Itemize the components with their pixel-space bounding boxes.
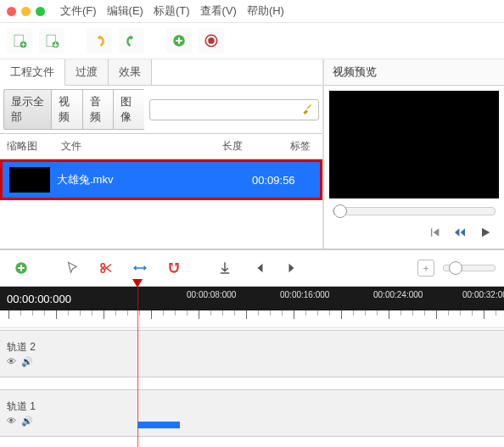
search-input[interactable] — [155, 103, 301, 117]
menu-bar: 文件(F) 编辑(E) 标题(T) 查看(V) 帮助(H) — [0, 0, 504, 23]
tab-transition[interactable]: 过渡 — [65, 59, 109, 85]
col-thumb[interactable]: 缩略图 — [7, 139, 61, 154]
zoom-in-button[interactable]: ＋ — [417, 260, 434, 277]
add-track-button[interactable] — [8, 255, 34, 281]
preview-controls — [324, 219, 504, 249]
media-length: 00:09:56 — [252, 174, 313, 187]
next-marker-icon[interactable] — [280, 255, 305, 281]
track-label: 轨道 1 — [7, 400, 36, 414]
record-button[interactable] — [199, 28, 224, 53]
list-header: 缩略图 文件 长度 标签 — [0, 134, 322, 159]
timeline-clip[interactable] — [137, 422, 180, 428]
menu-view[interactable]: 查看(V) — [200, 3, 237, 19]
razor-tool[interactable] — [93, 255, 119, 281]
filter-video[interactable]: 视频 — [51, 89, 82, 130]
rewind-icon[interactable] — [453, 226, 467, 242]
timeline-tracks: 轨道 2 👁 🔊 轨道 1 👁 🔊 — [0, 328, 504, 447]
ruler-mark: 00:00:16:000 — [280, 290, 329, 299]
prev-marker-icon[interactable] — [246, 255, 272, 281]
filter-row: 显示全部 视频 音频 图像 — [0, 86, 322, 134]
main-toolbar — [0, 23, 504, 59]
import-button[interactable] — [39, 28, 64, 53]
jump-start-icon[interactable] — [428, 226, 441, 242]
timeline-ruler[interactable]: 00:00:00:000 00:00:08:000 00:00:16:000 0… — [0, 287, 504, 310]
preview-title: 视频预览 — [324, 59, 504, 86]
new-project-button[interactable] — [7, 28, 32, 53]
resize-tool[interactable] — [127, 255, 153, 281]
timeline-current-time: 00:00:00:000 — [7, 293, 71, 305]
clear-search-icon[interactable] — [301, 103, 313, 117]
zoom-slider[interactable] — [443, 265, 496, 271]
undo-button[interactable] — [87, 28, 112, 53]
timeline-toolbar: ＋ — [0, 249, 504, 287]
menu-file[interactable]: 文件(F) — [60, 3, 97, 19]
preview-panel: 视频预览 — [323, 59, 504, 249]
filter-audio[interactable]: 音频 — [82, 89, 114, 130]
play-icon[interactable] — [479, 226, 492, 242]
preview-scrubber[interactable] — [333, 207, 496, 215]
redo-button[interactable] — [119, 28, 144, 53]
menu-help[interactable]: 帮助(H) — [247, 3, 284, 19]
track-row[interactable]: 轨道 1 👁 🔊 — [0, 389, 504, 437]
minimize-dot[interactable] — [21, 7, 31, 16]
tab-project[interactable]: 工程文件 — [0, 59, 65, 86]
playhead-handle[interactable] — [132, 279, 143, 288]
window-controls — [7, 7, 45, 16]
pointer-tool[interactable] — [59, 255, 85, 281]
preview-viewport[interactable] — [329, 91, 499, 198]
filter-image[interactable]: 图像 — [113, 89, 144, 130]
left-tabs: 工程文件 过渡 效果 — [0, 59, 322, 86]
menu-edit[interactable]: 编辑(E) — [107, 3, 143, 19]
media-list: 大雄兔.mkv 00:09:56 — [0, 159, 322, 249]
preview-scrubber-knob[interactable] — [333, 204, 347, 218]
ruler-mark: 00:00:32:000 — [462, 290, 504, 299]
media-thumbnail — [9, 167, 50, 193]
svg-point-6 — [208, 37, 215, 44]
col-length[interactable]: 长度 — [222, 139, 290, 154]
track-label: 轨道 2 — [7, 340, 36, 355]
tab-effects[interactable]: 效果 — [109, 59, 152, 85]
speaker-icon[interactable]: 🔊 — [21, 356, 33, 367]
ruler-mark: 00:00:08:000 — [187, 290, 236, 299]
snap-tool[interactable] — [161, 255, 187, 281]
col-file[interactable]: 文件 — [61, 139, 222, 154]
ruler-mark: 00:00:24:000 — [373, 290, 423, 299]
speaker-icon[interactable]: 🔊 — [21, 416, 33, 427]
marker-add-icon[interactable] — [212, 255, 238, 281]
media-row[interactable]: 大雄兔.mkv 00:09:56 — [0, 159, 322, 200]
col-tag[interactable]: 标签 — [290, 139, 316, 154]
search-box[interactable] — [149, 99, 319, 120]
add-media-button[interactable] — [166, 28, 192, 53]
project-panel: 工程文件 过渡 效果 显示全部 视频 音频 图像 缩略图 文件 长度 — [0, 59, 323, 249]
zoom-dot[interactable] — [36, 7, 45, 16]
track-row[interactable]: 轨道 2 👁 🔊 — [0, 330, 504, 377]
menu-title[interactable]: 标题(T) — [154, 3, 190, 19]
filter-all[interactable]: 显示全部 — [3, 89, 51, 130]
zoom-slider-knob[interactable] — [449, 261, 462, 275]
media-filename: 大雄兔.mkv — [57, 172, 245, 187]
timeline-ticks — [0, 310, 504, 328]
close-dot[interactable] — [7, 7, 16, 16]
eye-icon[interactable]: 👁 — [7, 416, 16, 427]
eye-icon[interactable]: 👁 — [7, 356, 16, 367]
